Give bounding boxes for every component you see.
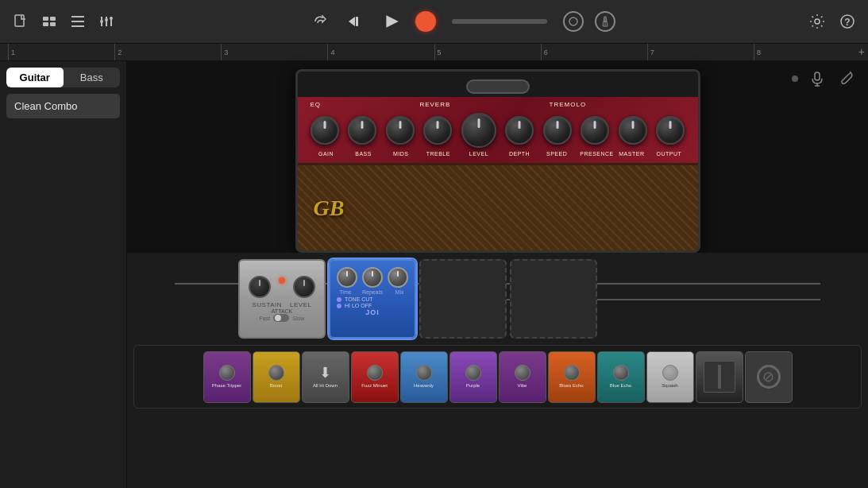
delay-knob-labels: Time Repeats Mix bbox=[335, 289, 410, 295]
reverb-section-label: REVERB bbox=[419, 101, 450, 108]
ruler-tick-6: 6 bbox=[541, 44, 647, 61]
sustain-knob[interactable] bbox=[249, 276, 271, 298]
record-button[interactable] bbox=[415, 11, 436, 32]
amp-knobs-row bbox=[311, 108, 685, 151]
preset-clean-combo[interactable]: Clean Combo bbox=[6, 94, 120, 118]
comp-level-knob[interactable] bbox=[293, 276, 315, 298]
svg-rect-27 bbox=[815, 72, 820, 80]
empty-pedal-slot-2[interactable] bbox=[510, 259, 597, 339]
ruler-tick-5: 5 bbox=[434, 44, 541, 61]
hi-lo-item[interactable]: HI LO OFF bbox=[337, 303, 410, 308]
comp-labels: SUSTAIN LEVEL bbox=[253, 301, 312, 308]
eq-icon[interactable] bbox=[95, 10, 118, 33]
mix-knob[interactable] bbox=[388, 267, 408, 288]
instrument-tabs: Guitar Bass bbox=[6, 68, 120, 87]
mids-knob[interactable] bbox=[386, 116, 415, 145]
svg-point-15 bbox=[105, 18, 108, 21]
mini-knob bbox=[367, 365, 383, 381]
tone-cut-item[interactable]: TONE CUT bbox=[337, 296, 410, 302]
time-label: Time bbox=[335, 289, 356, 295]
master-label: MASTER bbox=[617, 151, 646, 157]
mini-knob bbox=[662, 365, 678, 381]
mini-label: Blues Echo bbox=[559, 383, 583, 389]
center-stage: EQ REVERB TREMOLO bbox=[127, 61, 868, 488]
mini-knob bbox=[564, 365, 580, 381]
compressor-pedal[interactable]: SUSTAIN LEVEL ATTACK Fast Slow bbox=[238, 259, 326, 339]
tab-bass[interactable]: Bass bbox=[64, 68, 121, 87]
mini-pedal-blues-echo[interactable]: Blues Echo bbox=[548, 351, 596, 403]
mini-pedal-squash[interactable]: Squash bbox=[646, 351, 694, 403]
speed-label: SPEED bbox=[542, 151, 571, 157]
amp-logo: GB bbox=[314, 196, 345, 221]
pedalboard: SUSTAIN LEVEL ATTACK Fast Slow bbox=[127, 253, 868, 488]
repeats-knob[interactable] bbox=[362, 267, 383, 288]
level-knob[interactable] bbox=[461, 113, 496, 148]
amp-section-labels: EQ REVERB TREMOLO bbox=[311, 101, 685, 108]
bass-knob[interactable] bbox=[348, 116, 376, 145]
tab-guitar[interactable]: Guitar bbox=[6, 68, 64, 87]
cycle-button[interactable] bbox=[563, 11, 584, 32]
ruler-tick-2: 2 bbox=[114, 44, 221, 61]
toolbar: ? bbox=[0, 0, 868, 44]
mini-knob bbox=[219, 365, 235, 381]
microphone-icon[interactable] bbox=[806, 68, 828, 90]
comp-level-label: LEVEL bbox=[290, 301, 311, 308]
svg-point-20 bbox=[569, 17, 577, 25]
pedal-strip[interactable]: Phase Tripper Boost ⬇ All Hi Down bbox=[133, 345, 862, 409]
treble-knob[interactable] bbox=[423, 116, 452, 145]
empty-pedal-slot-1[interactable] bbox=[419, 259, 507, 339]
metronome-button[interactable] bbox=[595, 11, 615, 32]
attack-toggle[interactable] bbox=[273, 314, 289, 322]
mixer-icon[interactable] bbox=[67, 10, 89, 33]
delay-pedal[interactable]: Time Repeats Mix TONE CUT HI LO OFF bbox=[329, 259, 416, 339]
mini-pedal-heavenly[interactable]: Heavenly bbox=[400, 351, 448, 403]
delay-toggles: TONE CUT HI LO OFF bbox=[335, 296, 410, 308]
help-icon[interactable]: ? bbox=[836, 10, 858, 33]
presence-knob[interactable] bbox=[581, 116, 609, 145]
depth-label: DEPTH bbox=[505, 151, 534, 157]
mini-pedal-disabled[interactable]: ⊘ bbox=[745, 351, 793, 403]
mini-pedal-boost[interactable]: Boost bbox=[253, 351, 300, 403]
master-knob[interactable] bbox=[619, 116, 647, 145]
rewind-button[interactable] bbox=[342, 9, 368, 34]
svg-marker-19 bbox=[386, 15, 398, 27]
time-knob[interactable] bbox=[337, 267, 357, 288]
ruler-tick-3: 3 bbox=[221, 44, 327, 61]
mini-pedal-purple2[interactable]: Purple bbox=[449, 351, 497, 403]
amp-control-panel: EQ REVERB TREMOLO bbox=[298, 97, 698, 163]
add-track-button[interactable]: + bbox=[858, 45, 865, 58]
amp-body: EQ REVERB TREMOLO bbox=[295, 69, 700, 253]
undo-button[interactable] bbox=[309, 10, 331, 33]
progress-bar[interactable] bbox=[452, 19, 547, 24]
main-content: Guitar Bass Clean Combo bbox=[0, 61, 868, 488]
left-panel: Guitar Bass Clean Combo bbox=[0, 61, 127, 488]
output-knob[interactable] bbox=[656, 116, 685, 145]
mini-label: Fuzz Minuet bbox=[361, 383, 388, 389]
mini-pedal-blue-echo[interactable]: Blue Echo bbox=[597, 351, 645, 403]
new-file-icon[interactable] bbox=[10, 10, 32, 33]
svg-rect-2 bbox=[50, 17, 56, 21]
mini-label: Boost bbox=[270, 383, 282, 389]
mini-pedal-vibe[interactable]: Vibe bbox=[499, 351, 546, 403]
wrench-icon[interactable] bbox=[836, 68, 858, 90]
slow-label: Slow bbox=[292, 316, 304, 321]
fast-label: Fast bbox=[260, 316, 271, 321]
ruler: 1 2 3 4 5 6 7 8 + bbox=[0, 44, 868, 61]
level-label: LEVEL bbox=[461, 151, 496, 157]
gear-icon[interactable] bbox=[806, 10, 828, 33]
depth-knob[interactable] bbox=[505, 116, 534, 145]
gain-knob[interactable] bbox=[311, 116, 339, 145]
amp-container: EQ REVERB TREMOLO bbox=[295, 69, 700, 253]
speed-knob[interactable] bbox=[543, 116, 572, 145]
tone-cut-label: TONE CUT bbox=[345, 296, 373, 302]
play-button[interactable] bbox=[379, 9, 404, 34]
tracks-icon[interactable] bbox=[38, 10, 60, 33]
mini-pedal-fuzz[interactable]: Fuzz Minuet bbox=[351, 351, 399, 403]
mini-pedal-phase-tripper[interactable]: Phase Tripper bbox=[203, 351, 251, 403]
svg-rect-1 bbox=[43, 17, 48, 21]
svg-marker-17 bbox=[349, 17, 355, 26]
svg-rect-0 bbox=[15, 15, 24, 26]
mini-pedal-black[interactable] bbox=[696, 351, 743, 403]
mini-pedal-all-hi-down[interactable]: ⬇ All Hi Down bbox=[302, 351, 349, 403]
amp-grille: GB bbox=[298, 163, 698, 250]
